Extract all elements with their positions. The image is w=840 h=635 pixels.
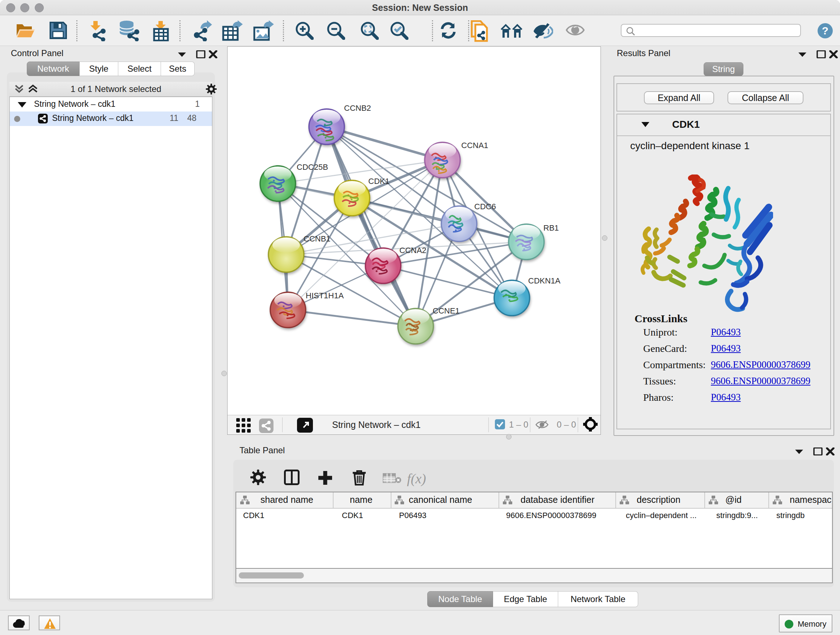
svg-text:CDC25B: CDC25B [297, 163, 328, 172]
svg-text:?: ? [822, 25, 829, 36]
svg-text:CCNB2: CCNB2 [344, 103, 371, 112]
svg-text:CCNE1: CCNE1 [433, 306, 460, 315]
svg-text:CDC6: CDC6 [474, 202, 496, 211]
svg-text:CDKN1A: CDKN1A [528, 276, 561, 285]
svg-text:HIST1H1A: HIST1H1A [306, 291, 344, 300]
svg-text:CCNB1: CCNB1 [303, 234, 331, 243]
svg-text:CCNA2: CCNA2 [399, 246, 426, 255]
svg-text:CDK1: CDK1 [368, 177, 390, 186]
svg-text:RB1: RB1 [543, 223, 559, 233]
svg-text:CCNA1: CCNA1 [461, 141, 488, 150]
